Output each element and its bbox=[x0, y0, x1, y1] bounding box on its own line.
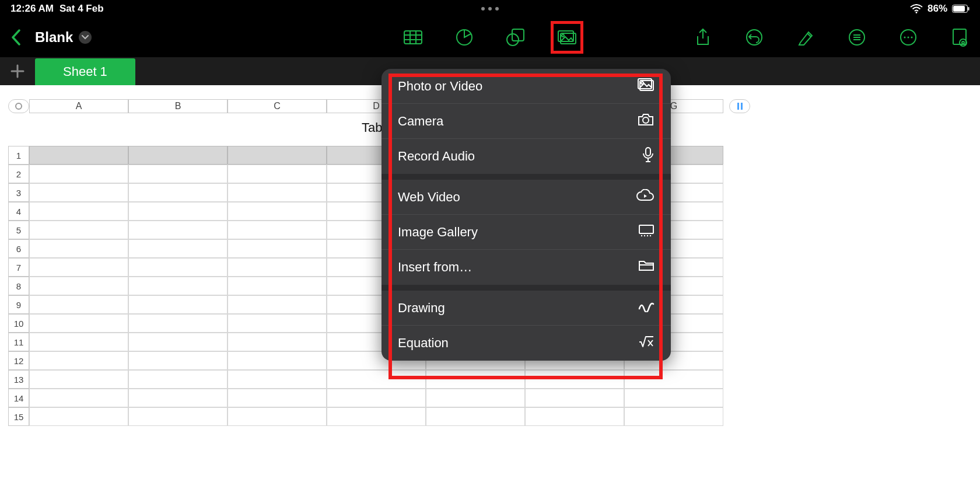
insert-media-icon[interactable] bbox=[557, 27, 577, 47]
col-header-a[interactable]: A bbox=[29, 99, 128, 113]
equation-icon bbox=[638, 335, 654, 351]
list-icon[interactable] bbox=[847, 27, 867, 47]
svg-point-37 bbox=[647, 235, 648, 236]
popover-label: Camera bbox=[398, 114, 443, 129]
document-title[interactable]: Blank bbox=[35, 29, 92, 46]
table-row bbox=[29, 389, 723, 407]
popover-camera[interactable]: Camera bbox=[382, 104, 671, 139]
scribble-icon bbox=[638, 301, 654, 316]
mic-icon bbox=[642, 146, 654, 166]
row-header-7[interactable]: 7 bbox=[8, 258, 29, 277]
svg-point-36 bbox=[644, 235, 645, 236]
popover-web-video[interactable]: Web Video bbox=[382, 180, 671, 215]
row-header-10[interactable]: 10 bbox=[8, 314, 29, 333]
popover-label: Equation bbox=[398, 336, 449, 351]
format-icon[interactable] bbox=[796, 27, 816, 47]
svg-point-26 bbox=[962, 41, 964, 44]
insert-shape-icon[interactable] bbox=[506, 27, 526, 47]
add-sheet-button[interactable] bbox=[0, 57, 35, 85]
multitask-dots[interactable] bbox=[481, 7, 499, 11]
chevron-down-icon bbox=[79, 31, 92, 44]
svg-rect-2 bbox=[953, 6, 965, 12]
row-header-11[interactable]: 11 bbox=[8, 333, 29, 351]
wifi-icon bbox=[910, 4, 923, 13]
svg-rect-33 bbox=[646, 148, 650, 156]
row-header-2[interactable]: 2 bbox=[8, 165, 29, 183]
col-header-b[interactable]: B bbox=[128, 99, 228, 113]
svg-point-38 bbox=[650, 235, 651, 236]
row-header-13[interactable]: 13 bbox=[8, 370, 29, 389]
svg-rect-3 bbox=[968, 7, 970, 11]
share-icon[interactable] bbox=[693, 27, 713, 47]
svg-rect-34 bbox=[639, 225, 653, 233]
back-button[interactable] bbox=[8, 29, 24, 46]
table-row bbox=[29, 407, 723, 426]
camera-icon bbox=[637, 113, 654, 130]
popover-label: Photo or Video bbox=[398, 79, 482, 94]
row-header-1[interactable]: 1 bbox=[8, 146, 29, 165]
insert-table-icon[interactable] bbox=[403, 27, 423, 47]
svg-rect-4 bbox=[404, 31, 422, 44]
row-header-6[interactable]: 6 bbox=[8, 239, 29, 258]
document-title-text: Blank bbox=[35, 29, 73, 46]
popover-photo-video[interactable]: Photo or Video bbox=[382, 69, 671, 104]
gallery-icon bbox=[638, 224, 654, 240]
popover-label: Image Gallery bbox=[398, 225, 478, 240]
popover-image-gallery[interactable]: Image Gallery bbox=[382, 215, 671, 250]
add-column-handle[interactable] bbox=[729, 99, 750, 113]
svg-point-21 bbox=[904, 37, 906, 39]
row-header-9[interactable]: 9 bbox=[8, 295, 29, 314]
popover-insert-from[interactable]: Insert from… bbox=[382, 250, 671, 285]
photo-icon bbox=[637, 78, 654, 95]
row-header-8[interactable]: 8 bbox=[8, 277, 29, 295]
popover-label: Insert from… bbox=[398, 260, 472, 275]
svg-point-14 bbox=[562, 34, 564, 37]
svg-point-0 bbox=[916, 12, 918, 13]
insert-media-popover: Photo or Video Camera Record Audio Web V… bbox=[382, 69, 671, 361]
row-header-3[interactable]: 3 bbox=[8, 183, 29, 202]
row-headers: 1 2 3 4 5 6 7 8 9 10 11 12 13 14 15 bbox=[8, 146, 29, 426]
status-date: Sat 4 Feb bbox=[60, 3, 104, 15]
battery-percent: 86% bbox=[928, 3, 947, 15]
cloud-icon bbox=[636, 189, 654, 205]
popover-label: Record Audio bbox=[398, 149, 475, 164]
status-time: 12:26 AM bbox=[10, 3, 54, 15]
svg-point-23 bbox=[911, 37, 913, 39]
popover-record-audio[interactable]: Record Audio bbox=[382, 139, 671, 174]
svg-point-22 bbox=[908, 37, 909, 39]
battery-icon bbox=[952, 5, 970, 13]
document-settings-icon[interactable] bbox=[950, 27, 970, 47]
row-header-15[interactable]: 15 bbox=[8, 407, 29, 426]
insert-chart-icon[interactable] bbox=[454, 27, 474, 47]
svg-point-32 bbox=[643, 117, 649, 123]
folder-icon bbox=[638, 259, 654, 275]
undo-icon[interactable] bbox=[744, 27, 764, 47]
row-header-5[interactable]: 5 bbox=[8, 221, 29, 239]
popover-label: Web Video bbox=[398, 190, 460, 205]
select-all-handle[interactable] bbox=[8, 99, 29, 113]
row-header-12[interactable]: 12 bbox=[8, 351, 29, 370]
popover-label: Drawing bbox=[398, 301, 445, 316]
row-header-14[interactable]: 14 bbox=[8, 389, 29, 407]
sheet-tab-label: Sheet 1 bbox=[63, 64, 107, 79]
status-bar: 12:26 AM Sat 4 Feb 86% bbox=[0, 0, 980, 18]
popover-equation[interactable]: Equation bbox=[382, 326, 671, 361]
row-header-4[interactable]: 4 bbox=[8, 202, 29, 221]
popover-drawing[interactable]: Drawing bbox=[382, 291, 671, 326]
top-toolbar: Blank bbox=[0, 18, 980, 57]
sheet-tab-active[interactable]: Sheet 1 bbox=[35, 58, 135, 85]
col-header-c[interactable]: C bbox=[228, 99, 327, 113]
more-icon[interactable] bbox=[898, 27, 918, 47]
svg-point-35 bbox=[641, 235, 642, 236]
table-row bbox=[29, 370, 723, 389]
